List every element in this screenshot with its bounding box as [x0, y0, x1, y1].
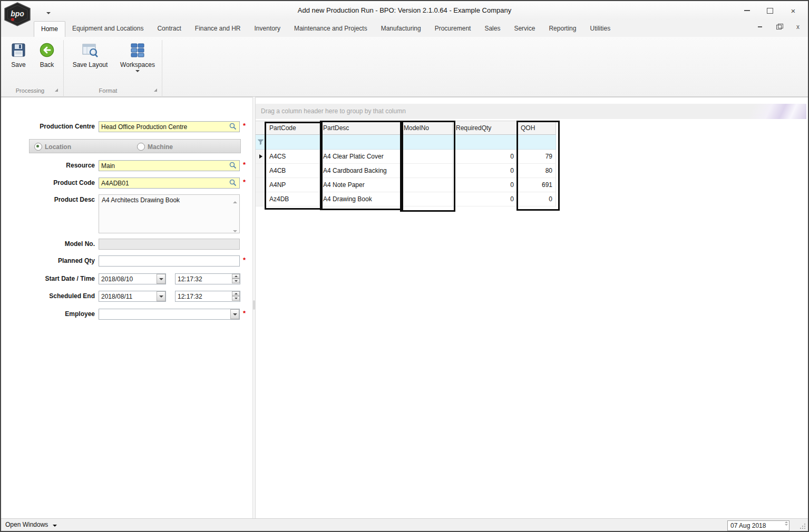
filter-icon[interactable] — [258, 139, 264, 145]
machine-radio-label: Machine — [148, 143, 173, 151]
row-4-requiredqty: 0 — [453, 192, 518, 206]
grid-row-1[interactable]: A4CS A4 Clear Platic Cover 0 79 — [256, 150, 556, 164]
production-centre-input[interactable] — [99, 121, 240, 132]
maximize-button[interactable] — [758, 3, 782, 18]
employee-label: Employee — [1, 310, 95, 318]
save-button-label: Save — [11, 61, 25, 68]
workspaces-dropdown-icon[interactable] — [135, 70, 140, 72]
filter-cell-partdesc[interactable] — [320, 135, 401, 150]
current-row-pointer-icon — [259, 154, 262, 159]
status-date-value: 07 Aug 2018 — [730, 522, 766, 529]
ribbon: Save Back Save Layout — [1, 37, 808, 97]
column-header-requiredqty[interactable]: RequiredQty — [453, 121, 518, 135]
panel-splitter-grip[interactable] — [253, 300, 255, 310]
resize-grip[interactable] — [799, 523, 806, 530]
close-button[interactable]: × — [782, 3, 805, 18]
save-button[interactable]: Save — [7, 41, 30, 81]
product-desc-scroll-down-icon[interactable] — [233, 226, 237, 234]
end-time-spin-up-button[interactable] — [232, 291, 240, 296]
row-2-qoh: 80 — [518, 164, 556, 178]
ribbon-tab-bar: Home Equipment and Locations Contract Fi… — [1, 20, 808, 37]
minimize-button[interactable] — [735, 3, 758, 18]
processing-dialog-launcher-icon[interactable] — [55, 88, 58, 92]
filter-cell-requiredqty[interactable] — [453, 135, 518, 150]
start-time-spin-up-button[interactable] — [232, 274, 240, 279]
product-desc-textarea[interactable]: A4 Architects Drawing Book — [99, 194, 240, 233]
employee-input[interactable] — [99, 309, 240, 320]
status-date-spin-down-icon[interactable] — [785, 524, 788, 526]
status-date-spinner — [785, 521, 788, 526]
child-restore-button[interactable] — [774, 22, 784, 32]
planned-qty-input[interactable] — [99, 255, 240, 267]
production-centre-search-icon[interactable] — [229, 123, 237, 130]
end-date-dropdown-button[interactable] — [157, 291, 165, 301]
row-3-indicator — [256, 178, 266, 192]
app-window: bpo Add new Production Run - BPO: Versio… — [0, 0, 809, 532]
child-minimize-button[interactable] — [755, 22, 765, 32]
group-by-bar[interactable]: Drag a column header here to group by th… — [256, 104, 806, 119]
filter-cell-partcode[interactable] — [266, 135, 320, 150]
status-date-spin-up-icon[interactable] — [785, 521, 788, 523]
row-4-partdesc: A4 Drawing Book — [320, 192, 401, 206]
workspaces-button[interactable]: Workspaces — [116, 41, 159, 81]
end-date-input[interactable] — [99, 291, 166, 302]
grid-row-2[interactable]: A4CB A4 Cardboard Backing 0 80 — [256, 164, 556, 178]
child-close-button[interactable]: x — [793, 22, 803, 32]
end-time-spin-down-button[interactable] — [232, 296, 240, 301]
product-code-input[interactable] — [99, 178, 240, 189]
end-time-input[interactable] — [175, 291, 240, 302]
column-header-partcode[interactable]: PartCode — [266, 121, 320, 135]
tab-procurement[interactable]: Procurement — [428, 21, 478, 37]
tab-inventory[interactable]: Inventory — [248, 21, 287, 37]
format-dialog-launcher-icon[interactable] — [154, 88, 157, 92]
save-layout-button[interactable]: Save Layout — [69, 41, 112, 81]
tab-service[interactable]: Service — [507, 21, 542, 37]
row-4-partcode: Az4DB — [266, 192, 320, 206]
start-date-dropdown-button[interactable] — [157, 274, 165, 284]
filter-cell-modelno[interactable] — [401, 135, 453, 150]
tab-home[interactable]: Home — [34, 21, 65, 37]
start-time-input[interactable] — [175, 273, 240, 284]
column-header-qoh[interactable]: QOH — [518, 121, 556, 135]
tab-utilities[interactable]: Utilities — [583, 21, 617, 37]
row-1-requiredqty: 0 — [453, 150, 518, 164]
start-time-spin-down-button[interactable] — [232, 279, 240, 283]
tab-reporting[interactable]: Reporting — [542, 21, 583, 37]
row-1-partdesc: A4 Clear Platic Cover — [320, 150, 401, 164]
tab-maintenance-and-projects[interactable]: Maintenance and Projects — [287, 21, 374, 37]
resource-label: Resource — [1, 162, 95, 169]
employee-dropdown-button[interactable] — [230, 309, 239, 319]
back-icon — [39, 42, 55, 58]
child-window-controls: x — [755, 22, 803, 32]
back-button[interactable]: Back — [35, 41, 59, 81]
status-date-picker[interactable]: 07 Aug 2018 — [727, 520, 789, 531]
tab-equipment-and-locations[interactable]: Equipment and Locations — [65, 21, 150, 37]
resource-search-icon[interactable] — [229, 162, 237, 169]
row-4-indicator — [256, 192, 266, 206]
group-by-hint: Drag a column header here to group by th… — [261, 104, 406, 119]
child-restore-icon — [776, 25, 782, 29]
ribbon-group-processing-label: Processing — [16, 87, 44, 94]
machine-radio[interactable] — [137, 143, 145, 151]
row-3-modelno — [401, 178, 453, 192]
filter-cell-qoh[interactable] — [518, 135, 556, 150]
row-3-partdesc: A4 Note Paper — [320, 178, 401, 192]
tab-sales[interactable]: Sales — [477, 21, 507, 37]
grid-row-3[interactable]: A4NP A4 Note Paper 0 691 — [256, 178, 556, 192]
product-desc-scroll-up-icon[interactable] — [233, 198, 237, 205]
product-code-required-marker: * — [243, 178, 246, 186]
column-header-modelno[interactable]: ModelNo — [401, 121, 453, 135]
open-windows-button[interactable]: Open Windows — [5, 521, 57, 528]
back-button-label: Back — [40, 61, 54, 68]
row-3-partcode: A4NP — [266, 178, 320, 192]
tab-finance-and-hr[interactable]: Finance and HR — [188, 21, 248, 37]
grid-row-4[interactable]: Az4DB A4 Drawing Book 0 0 — [256, 192, 556, 206]
start-date-input[interactable] — [99, 273, 166, 284]
tab-contract[interactable]: Contract — [150, 21, 188, 37]
column-header-partdesc[interactable]: PartDesc — [320, 121, 401, 135]
location-radio[interactable] — [34, 143, 42, 151]
product-code-search-icon[interactable] — [229, 179, 237, 186]
row-4-modelno — [401, 192, 453, 206]
resource-input[interactable] — [99, 160, 240, 171]
tab-manufacturing[interactable]: Manufacturing — [374, 21, 428, 37]
